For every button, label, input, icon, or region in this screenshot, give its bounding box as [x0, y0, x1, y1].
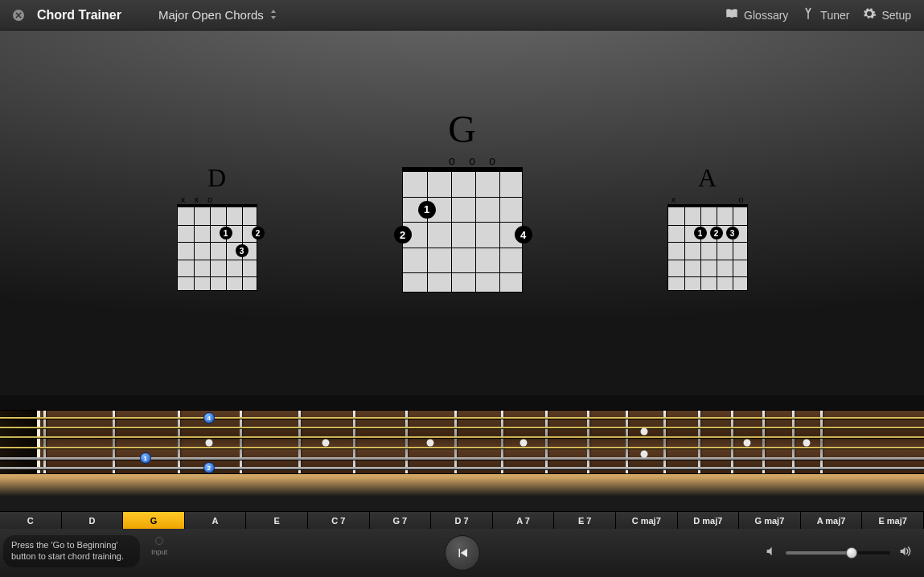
chord-tab[interactable]: G maj7 — [739, 512, 801, 529]
chord-card-center[interactable]: G ooo 124 — [402, 107, 523, 293]
chord-tab[interactable]: D maj7 — [678, 512, 740, 529]
chord-tab[interactable]: D — [62, 512, 124, 529]
stage: D xxo 123 G ooo 124 A xo 123 — [0, 31, 924, 395]
header-bar: Chord Trainer Major Open Chords Glossary… — [0, 0, 924, 31]
chord-name: G — [402, 107, 523, 151]
gear-icon — [862, 6, 877, 23]
chord-tab[interactable]: G 7 — [370, 512, 432, 529]
tuner-label: Tuner — [820, 9, 849, 22]
lesson-dropdown[interactable]: Major Open Chords — [158, 8, 277, 22]
chord-tab[interactable]: A 7 — [493, 512, 555, 529]
go-to-beginning-button[interactable] — [445, 535, 480, 571]
setup-label: Setup — [881, 9, 911, 22]
chord-name: A — [667, 163, 748, 193]
volume-control — [765, 545, 911, 561]
input-label: Input — [151, 548, 167, 556]
chord-card-left[interactable]: D xxo 123 — [177, 163, 257, 291]
neck-finger-marker: 2 — [203, 462, 215, 473]
close-button[interactable] — [13, 10, 24, 21]
volume-low-icon — [765, 545, 778, 561]
finger-marker: 4 — [515, 226, 532, 243]
finger-marker: 2 — [252, 227, 265, 239]
fretboard[interactable]: 124 — [0, 395, 924, 511]
bottom-bar: Press the 'Go to Beginning' button to st… — [0, 529, 924, 577]
slider-thumb[interactable] — [846, 547, 857, 559]
chord-tab[interactable]: E maj7 — [862, 512, 924, 529]
nut-row: xo — [667, 194, 748, 204]
chord-tab[interactable]: E — [246, 512, 308, 529]
glossary-label: Glossary — [744, 9, 788, 22]
chord-tab[interactable]: C — [0, 512, 62, 529]
chord-tab[interactable]: C 7 — [308, 512, 370, 529]
glossary-button[interactable]: Glossary — [725, 6, 788, 23]
finger-marker: 3 — [236, 244, 248, 257]
setup-button[interactable]: Setup — [862, 6, 911, 23]
chord-tab[interactable]: C maj7 — [616, 512, 678, 529]
chord-tab[interactable]: A maj7 — [801, 512, 863, 529]
chord-diagram: 124 — [402, 167, 523, 293]
volume-high-icon — [898, 545, 911, 561]
chord-tab[interactable]: E 7 — [554, 512, 616, 529]
neck-finger-marker: 4 — [203, 412, 215, 424]
volume-slider[interactable] — [786, 551, 890, 554]
finger-marker: 2 — [394, 226, 412, 243]
chord-diagram: 123 — [177, 204, 257, 291]
input-led-icon — [155, 537, 163, 545]
nut-row: ooo — [402, 154, 523, 167]
app-title: Chord Trainer — [37, 8, 121, 23]
chord-tab[interactable]: G — [123, 512, 185, 529]
chevron-updown-icon — [270, 10, 277, 21]
lesson-dropdown-label: Major Open Chords — [158, 8, 264, 22]
headstock — [0, 411, 40, 473]
chord-diagram: 123 — [667, 204, 748, 291]
hint-bubble: Press the 'Go to Beginning' button to st… — [3, 535, 140, 567]
tuning-fork-icon — [801, 6, 815, 23]
input-indicator: Input — [151, 537, 167, 556]
book-icon — [725, 6, 739, 23]
neck-finger-marker: 1 — [140, 452, 151, 464]
chord-tab[interactable]: D 7 — [431, 512, 493, 529]
chord-card-right[interactable]: A xo 123 — [667, 163, 748, 291]
chord-name: D — [177, 163, 257, 193]
chord-strip: CDGAEC 7G 7D 7A 7E 7C maj7D maj7G maj7A … — [0, 511, 924, 529]
tuner-button[interactable]: Tuner — [801, 6, 849, 23]
finger-marker: 1 — [418, 201, 436, 219]
chord-tab[interactable]: A — [185, 512, 247, 529]
transport-controls — [445, 535, 480, 571]
nut-row: xxo — [177, 194, 257, 204]
